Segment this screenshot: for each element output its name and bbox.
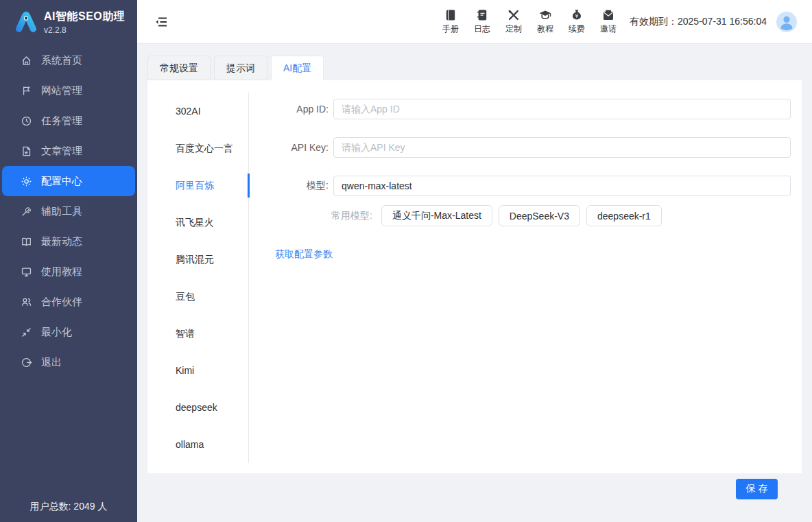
model-input[interactable]: [333, 176, 791, 196]
articles-icon: [21, 145, 32, 157]
expiry-value: 2025-07-31 16:56:04: [678, 16, 767, 27]
header-action-label: 教程: [537, 23, 553, 35]
provider-item-ali-bailian[interactable]: 阿里百炼: [147, 167, 248, 204]
sidebar-item-label: 文章管理: [41, 145, 82, 158]
ai-config-panel: 302AI 百度文心一言 阿里百炼 讯飞星火 腾讯混元 豆包 智谱 Kimi d…: [147, 80, 802, 473]
provider-list: 302AI 百度文心一言 阿里百炼 讯飞星火 腾讯混元 豆包 智谱 Kimi d…: [147, 93, 249, 463]
sidebar-item-label: 网站管理: [41, 84, 82, 97]
header-action-renew[interactable]: ¥ 续费: [568, 8, 586, 35]
sidebar-item-label: 最新动态: [41, 235, 82, 248]
provider-item-tencent-hunyuan[interactable]: 腾讯混元: [147, 241, 248, 278]
tools-icon: [21, 206, 32, 217]
user-total-count: 用户总数: 2049 人: [0, 501, 137, 513]
header-action-invite[interactable]: 邀请: [599, 8, 617, 35]
header-actions: 手册 日志 定制 教程 ¥ 续费 邀请: [442, 8, 617, 35]
common-model-buttons: 通义千问-Max-Latest DeepSeek-V3 deepseek-r1: [381, 205, 662, 226]
provider-item-deepseek[interactable]: deepseek: [147, 389, 248, 426]
top-header: 手册 日志 定制 教程 ¥ 续费 邀请 有效期到：2025-07-31 16:5…: [137, 0, 812, 44]
book-icon: [444, 8, 457, 22]
partners-icon: [21, 296, 32, 308]
app-logo-row: AI智能SEO助理 v2.2.8: [0, 0, 137, 43]
header-action-tutorial[interactable]: 教程: [536, 8, 554, 35]
get-config-params-link[interactable]: 获取配置参数: [275, 248, 333, 261]
header-action-label: 续费: [569, 23, 585, 35]
provider-item-doubao[interactable]: 豆包: [147, 278, 248, 315]
save-button[interactable]: 保存: [736, 479, 778, 499]
header-action-label: 手册: [442, 23, 459, 35]
sidebar-item-tutorial[interactable]: 使用教程: [0, 257, 137, 287]
header-action-label: 日志: [474, 23, 490, 35]
common-model-button-deepseek-r1[interactable]: deepseek-r1: [586, 205, 662, 226]
graduation-cap-icon: [538, 8, 552, 22]
provider-config-form: App ID: API Key: 模型: 常用模型: 通义千问-Max-Late…: [249, 80, 802, 473]
app-version: v2.2.8: [44, 25, 125, 35]
sidebar-item-label: 使用教程: [41, 265, 82, 278]
app-id-label: App ID:: [249, 104, 329, 115]
common-model-button-deepseek-v3[interactable]: DeepSeek-V3: [499, 205, 580, 226]
tab-ai-config[interactable]: AI配置: [271, 56, 324, 80]
settings-tabs: 常规设置 提示词 AI配置: [147, 56, 802, 80]
tab-general-settings[interactable]: 常规设置: [147, 56, 211, 80]
sidebar-item-label: 退出: [41, 356, 62, 369]
sidebar-item-minimize[interactable]: 最小化: [0, 317, 137, 347]
tab-prompts[interactable]: 提示词: [214, 56, 267, 80]
sidebar-item-partners[interactable]: 合作伙伴: [0, 287, 137, 317]
provider-item-302ai[interactable]: 302AI: [147, 93, 248, 130]
header-action-customize[interactable]: 定制: [505, 8, 523, 35]
sidebar: AI智能SEO助理 v2.2.8 系统首页 网站管理 任务管理 文章管理 配置中…: [0, 0, 137, 522]
common-models-label: 常用模型:: [331, 210, 372, 222]
home-icon: [21, 55, 32, 67]
logout-icon: [21, 357, 32, 368]
news-icon: [21, 236, 32, 248]
header-action-label: 邀请: [600, 23, 617, 35]
sidebar-item-home[interactable]: 系统首页: [0, 45, 137, 75]
api-key-input[interactable]: [333, 137, 791, 158]
sidebar-item-label: 合作伙伴: [41, 296, 82, 309]
tutorial-icon: [21, 266, 32, 278]
expiry-info: 有效期到：2025-07-31 16:56:04: [630, 16, 767, 28]
sidebar-item-news[interactable]: 最新动态: [0, 226, 137, 257]
journal-icon: [475, 8, 489, 22]
provider-item-zhipu[interactable]: 智谱: [147, 315, 248, 352]
site-icon: [21, 85, 32, 97]
header-action-logs[interactable]: 日志: [473, 8, 491, 35]
money-bag-icon: ¥: [570, 8, 584, 22]
provider-item-baidu-wenxin[interactable]: 百度文心一言: [147, 130, 248, 167]
user-icon: [776, 12, 797, 32]
sidebar-item-label: 任务管理: [41, 115, 82, 128]
model-label: 模型:: [249, 180, 329, 192]
sidebar-item-tools[interactable]: 辅助工具: [0, 196, 137, 226]
sidebar-item-articles[interactable]: 文章管理: [0, 136, 137, 166]
sidebar-item-sites[interactable]: 网站管理: [0, 75, 137, 106]
common-model-button-qwen[interactable]: 通义千问-Max-Latest: [381, 205, 492, 226]
sidebar-item-label: 系统首页: [41, 54, 82, 67]
envelope-icon: [601, 8, 615, 22]
header-action-manual[interactable]: 手册: [442, 8, 459, 35]
expiry-label: 有效期到：: [630, 16, 678, 27]
sidebar-item-label: 最小化: [41, 326, 72, 339]
sidebar-item-logout[interactable]: 退出: [0, 347, 137, 377]
provider-item-ollama[interactable]: ollama: [147, 426, 248, 463]
svg-text:¥: ¥: [575, 13, 579, 19]
sidebar-collapse-icon[interactable]: [154, 14, 169, 29]
sidebar-item-label: 辅助工具: [41, 205, 82, 218]
avatar[interactable]: [776, 12, 797, 32]
app-logo-icon: [12, 8, 40, 36]
header-action-label: 定制: [505, 23, 522, 35]
app-id-input[interactable]: [333, 99, 791, 119]
config-icon: [21, 176, 32, 187]
main-content: 常规设置 提示词 AI配置 302AI 百度文心一言 阿里百炼 讯飞星火 腾讯混…: [137, 44, 812, 522]
provider-item-xunfei-spark[interactable]: 讯飞星火: [147, 204, 248, 241]
app-title: AI智能SEO助理: [44, 10, 125, 24]
sidebar-item-label: 配置中心: [41, 175, 82, 188]
minimize-icon: [21, 327, 32, 338]
tasks-icon: [21, 115, 32, 127]
sidebar-item-tasks[interactable]: 任务管理: [0, 106, 137, 136]
sidebar-item-config-center[interactable]: 配置中心: [2, 166, 135, 196]
provider-item-kimi[interactable]: Kimi: [147, 352, 248, 389]
api-key-label: API Key:: [249, 142, 329, 153]
sidebar-menu: 系统首页 网站管理 任务管理 文章管理 配置中心 辅助工具 最新动态 使用教程: [0, 45, 137, 377]
customize-icon: [507, 8, 521, 22]
